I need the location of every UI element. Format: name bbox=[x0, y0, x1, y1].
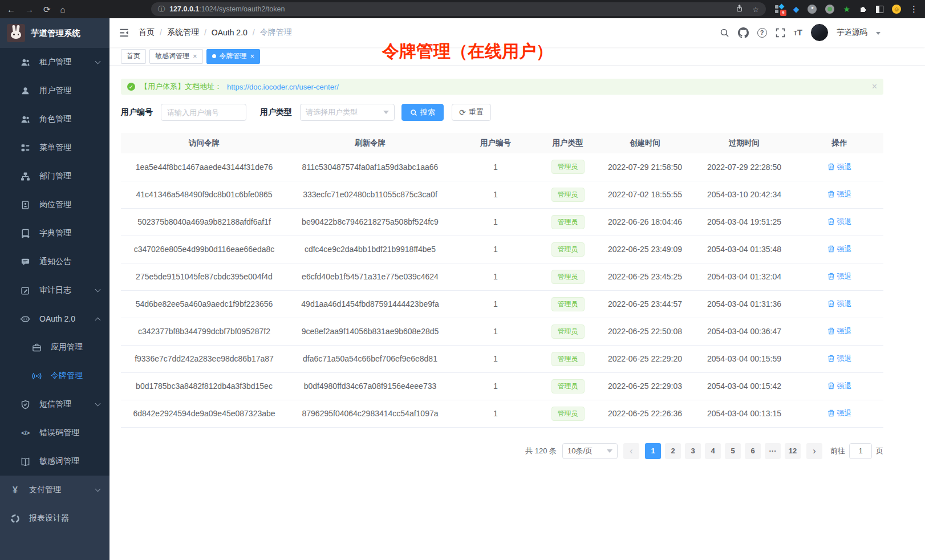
user-avatar[interactable] bbox=[811, 24, 828, 41]
pagination-page[interactable]: 3 bbox=[685, 443, 701, 459]
browser-menu-icon[interactable]: ⋮ bbox=[910, 4, 918, 14]
sidebar-item-menu[interactable]: 菜单管理 bbox=[0, 133, 109, 162]
breadcrumb-home[interactable]: 首页 bbox=[139, 27, 155, 38]
emoji-profile-icon[interactable]: ☺ bbox=[892, 5, 901, 14]
font-size-icon[interactable]: TT bbox=[794, 27, 802, 38]
tree-list-icon bbox=[21, 143, 30, 153]
page-size-select[interactable]: 10条/页 bbox=[562, 443, 618, 459]
expire-time-cell: 2054-03-04 01:31:36 bbox=[693, 290, 796, 318]
sidebar-item-sensitive-word[interactable]: 敏感词管理 bbox=[0, 447, 109, 476]
user-type-badge: 管理员 bbox=[551, 188, 585, 202]
browser-back-icon[interactable]: ← bbox=[7, 5, 15, 14]
force-logout-button[interactable]: 强退 bbox=[827, 162, 852, 172]
sidebar-item-pay[interactable]: ¥ 支付管理 bbox=[0, 476, 109, 504]
pagination-page[interactable]: 1 bbox=[645, 443, 661, 459]
trash-icon bbox=[827, 382, 835, 389]
sidebar-item-tenant[interactable]: 租户管理 bbox=[0, 48, 109, 76]
user-name[interactable]: 芋道源码 bbox=[837, 27, 867, 38]
sidebar-item-post[interactable]: 岗位管理 bbox=[0, 190, 109, 219]
pagination-page[interactable]: 5 bbox=[725, 443, 741, 459]
user-type-select[interactable]: 请选择用户类型 bbox=[300, 104, 395, 121]
col-actions: 操作 bbox=[796, 133, 883, 153]
expire-time-cell: 2022-07-29 22:28:50 bbox=[693, 153, 796, 181]
sidebar-item-sms[interactable]: 短信管理 bbox=[0, 390, 109, 419]
puzzle-extensions-icon[interactable] bbox=[859, 4, 867, 15]
user-id-cell: 1 bbox=[453, 290, 538, 318]
sidebar-collapse-icon[interactable] bbox=[119, 27, 129, 38]
force-logout-button[interactable]: 强退 bbox=[827, 217, 852, 227]
force-logout-button[interactable]: 强退 bbox=[827, 189, 852, 200]
sidebar-item-oauth2-app[interactable]: 应用管理 bbox=[0, 333, 109, 362]
browser-home-icon[interactable]: ⌂ bbox=[60, 5, 66, 14]
expire-time-cell: 2054-03-04 00:15:42 bbox=[693, 372, 796, 400]
force-logout-button[interactable]: 强退 bbox=[827, 326, 852, 336]
force-logout-button[interactable]: 强退 bbox=[827, 354, 852, 364]
bookmark-star-icon[interactable]: ☆ bbox=[752, 5, 758, 14]
force-logout-button[interactable]: 强退 bbox=[827, 244, 852, 254]
breadcrumb-system[interactable]: 系统管理 bbox=[167, 27, 199, 38]
site-info-icon[interactable]: ⓘ bbox=[158, 5, 165, 14]
extension-grid-icon[interactable]: 9 bbox=[775, 5, 785, 14]
alert-close-icon[interactable]: × bbox=[872, 82, 877, 91]
trash-icon bbox=[827, 327, 835, 335]
sidebar-item-dept[interactable]: 部门管理 bbox=[0, 162, 109, 190]
address-bar[interactable]: ⓘ 127.0.0.1:1024/system/oauth2/token ☆ bbox=[151, 2, 766, 16]
green-star-extension-icon[interactable]: ★ bbox=[843, 5, 850, 14]
gray-extension-icon[interactable]: * bbox=[808, 5, 817, 14]
next-page-button[interactable]: › bbox=[806, 443, 822, 459]
search-icon[interactable] bbox=[720, 28, 729, 38]
doc-link[interactable]: https://doc.iocoder.cn/user-center/ bbox=[227, 83, 339, 91]
trash-icon bbox=[827, 245, 835, 253]
help-icon[interactable]: ? bbox=[757, 28, 767, 38]
briefcase-icon bbox=[32, 343, 42, 352]
user-id-input[interactable] bbox=[161, 104, 246, 121]
force-logout-button[interactable]: 强退 bbox=[827, 299, 852, 309]
pagination-page[interactable]: 6 bbox=[745, 443, 761, 459]
id-badge-icon bbox=[21, 200, 30, 210]
reset-button[interactable]: ⟳ 重置 bbox=[452, 104, 491, 121]
sidebar-item-dict[interactable]: 字典管理 bbox=[0, 219, 109, 247]
force-logout-button[interactable]: 强退 bbox=[827, 408, 852, 419]
github-icon[interactable] bbox=[738, 27, 749, 38]
pagination-page[interactable]: ··· bbox=[765, 443, 781, 459]
sidebar-item-notice[interactable]: 通知公告 bbox=[0, 247, 109, 276]
tab-home[interactable]: 首页 bbox=[121, 49, 146, 64]
prev-page-button[interactable]: ‹ bbox=[623, 443, 639, 459]
sidebar-item-oauth2-token[interactable]: 令牌管理 bbox=[0, 362, 109, 390]
table-row: 6d842e2924594de9a09e45e087323abe 8796295… bbox=[121, 400, 883, 427]
chevron-down-icon[interactable] bbox=[876, 32, 881, 35]
darkmode-extension-icon[interactable] bbox=[876, 6, 883, 13]
sidebar-item-role[interactable]: 角色管理 bbox=[0, 105, 109, 133]
close-icon[interactable]: × bbox=[193, 52, 197, 60]
trash-icon bbox=[827, 300, 835, 307]
table-row: b0d1785bc3a8482f812db4a3f3bd15ec b0df498… bbox=[121, 372, 883, 400]
breadcrumb-oauth2[interactable]: OAuth 2.0 bbox=[212, 28, 248, 37]
browser-forward-icon[interactable]: → bbox=[25, 5, 34, 14]
force-logout-button[interactable]: 强退 bbox=[827, 271, 852, 282]
sidebar-item-report-designer[interactable]: 报表设计器 bbox=[0, 504, 109, 533]
tab-token[interactable]: 令牌管理× bbox=[206, 49, 261, 64]
browser-reload-icon[interactable]: ⟳ bbox=[43, 5, 51, 14]
pagination-page[interactable]: 4 bbox=[705, 443, 721, 459]
close-icon[interactable]: × bbox=[250, 52, 255, 60]
trash-icon bbox=[827, 273, 835, 280]
tab-sensitive-word[interactable]: 敏感词管理× bbox=[149, 49, 203, 64]
sidebar-item-audit[interactable]: 审计日志 bbox=[0, 276, 109, 305]
sidebar-item-user[interactable]: 用户管理 bbox=[0, 76, 109, 105]
trash-icon bbox=[827, 190, 835, 198]
sidebar-item-oauth2[interactable]: OAuth 2.0 bbox=[0, 305, 109, 333]
app-logo[interactable]: 芋道管理系统 bbox=[0, 18, 109, 48]
pagination-page[interactable]: 12 bbox=[785, 443, 801, 459]
access-token-cell: 502375b8040a469a9b82188afdf6af1f bbox=[121, 208, 287, 236]
expire-time-cell: 2054-03-04 01:35:48 bbox=[693, 236, 796, 263]
pagination-page[interactable]: 2 bbox=[665, 443, 681, 459]
gem-extension-icon[interactable]: ◆ bbox=[793, 5, 800, 14]
share-icon[interactable] bbox=[735, 4, 744, 14]
fullscreen-icon[interactable] bbox=[776, 28, 785, 38]
sidebar-item-errorcode[interactable]: </> 错误码管理 bbox=[0, 419, 109, 447]
force-logout-button[interactable]: 强退 bbox=[827, 381, 852, 391]
users-icon bbox=[21, 58, 30, 67]
goto-page-input[interactable] bbox=[849, 443, 872, 459]
search-button[interactable]: 搜索 bbox=[401, 104, 444, 121]
record-extension-icon[interactable] bbox=[825, 5, 834, 14]
